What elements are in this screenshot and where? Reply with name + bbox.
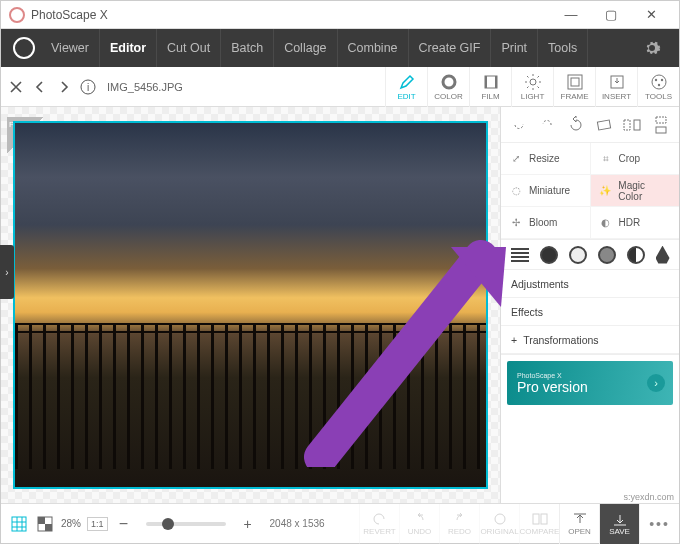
tool-hdr[interactable]: ◐HDR xyxy=(591,207,680,239)
undo-button[interactable]: UNDO xyxy=(399,504,439,544)
accordion-adjustments-label: Adjustments xyxy=(511,278,569,290)
pro-banner[interactable]: PhotoScape X Pro version › xyxy=(507,361,673,405)
subtool-light[interactable]: LIGHT xyxy=(511,67,553,107)
svg-point-6 xyxy=(530,79,536,85)
tool-crop[interactable]: ⌗Crop xyxy=(591,143,680,175)
flip-h-icon[interactable] xyxy=(622,115,642,135)
rotate-row xyxy=(501,107,679,143)
grid-icon[interactable] xyxy=(9,514,29,534)
filter-stripe xyxy=(501,240,679,270)
undo-label: UNDO xyxy=(408,527,432,536)
pro-banner-big: Pro version xyxy=(517,379,663,395)
ring-icon xyxy=(440,73,458,91)
frame-icon xyxy=(566,73,584,91)
bottom-bar: 28% 1:1 − + 2048 x 1536 REVERT UNDO REDO… xyxy=(1,503,679,543)
straighten-icon[interactable] xyxy=(594,115,614,135)
close-file-icon[interactable] xyxy=(7,78,25,96)
svg-rect-4 xyxy=(485,76,487,88)
original-button[interactable]: ORIGINAL xyxy=(479,504,519,544)
prev-button[interactable] xyxy=(31,78,49,96)
subtool-color[interactable]: COLOR xyxy=(427,67,469,107)
zoom-slider-knob[interactable] xyxy=(162,518,174,530)
subtool-tools[interactable]: TOOLS xyxy=(637,67,679,107)
menu-collage[interactable]: Collage xyxy=(274,29,337,67)
close-button[interactable]: ✕ xyxy=(631,1,671,29)
filter-circle-2[interactable] xyxy=(569,246,587,264)
open-button[interactable]: OPEN xyxy=(559,504,599,544)
menu-batch[interactable]: Batch xyxy=(221,29,274,67)
save-button[interactable]: SAVE xyxy=(599,504,639,544)
tool-hdr-label: HDR xyxy=(619,217,641,228)
subtool-edit-label: EDIT xyxy=(397,92,415,101)
pro-banner-arrow-icon: › xyxy=(647,374,665,392)
zoom-slider[interactable] xyxy=(146,522,226,526)
rotate-ccw-icon[interactable] xyxy=(509,115,529,135)
menu-logo-icon[interactable] xyxy=(13,37,35,59)
minimize-button[interactable]: — xyxy=(551,1,591,29)
more-label: ••• xyxy=(649,516,670,532)
revert-button[interactable]: REVERT xyxy=(359,504,399,544)
open-label: OPEN xyxy=(568,527,591,536)
svg-text:i: i xyxy=(87,82,89,93)
subtool-frame[interactable]: FRAME xyxy=(553,67,595,107)
svg-rect-22 xyxy=(598,120,611,130)
original-label: ORIGINAL xyxy=(480,527,518,536)
tool-crop-label: Crop xyxy=(619,153,641,164)
plus-icon: + xyxy=(511,334,517,346)
gear-icon[interactable] xyxy=(643,39,673,57)
background-icon[interactable] xyxy=(35,514,55,534)
svg-rect-15 xyxy=(568,75,582,89)
flip-v-icon[interactable] xyxy=(651,115,671,135)
tool-magiccolor[interactable]: ✨Magic Color xyxy=(591,175,680,207)
filter-circle-4[interactable] xyxy=(627,246,645,264)
rotate-90-icon[interactable] xyxy=(566,115,586,135)
menu-creategif[interactable]: Create GIF xyxy=(409,29,492,67)
subtool-edit[interactable]: EDIT xyxy=(385,67,427,107)
accordion-transformations[interactable]: +Transformations xyxy=(501,326,679,354)
menu-combine[interactable]: Combine xyxy=(338,29,409,67)
main-area: › PRO ⤢Resize ⌗Crop xyxy=(1,107,679,503)
svg-rect-5 xyxy=(495,76,497,88)
tool-resize-label: Resize xyxy=(529,153,560,164)
accordion-effects-label: Effects xyxy=(511,306,543,318)
info-icon[interactable]: i xyxy=(79,78,97,96)
compare-button[interactable]: COMPARE xyxy=(519,504,559,544)
sidebar-expand-handle[interactable]: › xyxy=(0,245,14,299)
accordion-effects[interactable]: Effects xyxy=(501,298,679,326)
tool-resize[interactable]: ⤢Resize xyxy=(501,143,591,175)
file-name: IMG_5456.JPG xyxy=(107,81,183,93)
svg-line-11 xyxy=(527,76,529,78)
tool-miniature[interactable]: ◌Miniature xyxy=(501,175,591,207)
image-canvas[interactable] xyxy=(13,121,488,489)
tool-bloom[interactable]: ✢Bloom xyxy=(501,207,591,239)
menubar: Viewer Editor Cut Out Batch Collage Comb… xyxy=(1,29,679,67)
filter-circle-3[interactable] xyxy=(598,246,616,264)
more-button[interactable]: ••• xyxy=(639,504,679,544)
menu-cutout[interactable]: Cut Out xyxy=(157,29,221,67)
zoom-actual-button[interactable]: 1:1 xyxy=(87,517,108,531)
maximize-button[interactable]: ▢ xyxy=(591,1,631,29)
filter-circle-1[interactable] xyxy=(540,246,558,264)
titlebar: PhotoScape X — ▢ ✕ xyxy=(1,1,679,29)
next-button[interactable] xyxy=(55,78,73,96)
accordion-transformations-label: Transformations xyxy=(523,334,598,346)
menu-print[interactable]: Print xyxy=(491,29,538,67)
menu-tools[interactable]: Tools xyxy=(538,29,588,67)
zoom-percent[interactable]: 28% xyxy=(61,518,81,529)
filter-lines-icon[interactable] xyxy=(511,247,529,263)
menu-editor[interactable]: Editor xyxy=(100,29,157,67)
subtool-insert[interactable]: INSERT xyxy=(595,67,637,107)
redo-button[interactable]: REDO xyxy=(439,504,479,544)
image-content xyxy=(15,323,486,469)
menu-viewer[interactable]: Viewer xyxy=(41,29,100,67)
rotate-cw-icon[interactable] xyxy=(537,115,557,135)
zoom-out-button[interactable]: − xyxy=(114,514,134,534)
accordion-adjustments[interactable]: Adjustments xyxy=(501,270,679,298)
filter-drop-icon[interactable] xyxy=(656,246,670,264)
subtool-film[interactable]: FILM xyxy=(469,67,511,107)
compare-label: COMPARE xyxy=(520,527,560,536)
zoom-in-button[interactable]: + xyxy=(238,514,258,534)
tool-grid: ⤢Resize ⌗Crop ◌Miniature ✨Magic Color ✢B… xyxy=(501,143,679,240)
pro-banner-small: PhotoScape X xyxy=(517,372,663,379)
revert-label: REVERT xyxy=(363,527,395,536)
